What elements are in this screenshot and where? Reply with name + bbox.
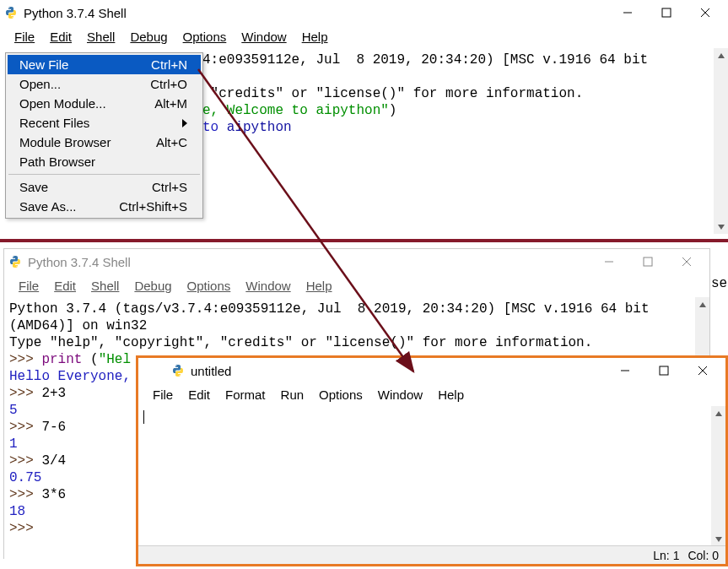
minimize-button[interactable] — [606, 358, 644, 383]
menu-file[interactable]: File — [145, 386, 181, 404]
menu-item-recent-files[interactable]: Recent Files — [8, 113, 201, 133]
scroll-down-icon[interactable] — [711, 532, 725, 546]
menu-item-module-browser[interactable]: Module Browser Alt+C — [8, 133, 201, 152]
menu-shell[interactable]: Shell — [84, 277, 127, 295]
menu-window[interactable]: Window — [238, 277, 298, 295]
menu-edit[interactable]: Edit — [181, 386, 218, 404]
menu-help[interactable]: Help — [299, 277, 340, 295]
menu-window[interactable]: Window — [234, 28, 294, 46]
window-title: untitled — [191, 364, 606, 378]
svg-point-18 — [179, 375, 180, 376]
menu-shell[interactable]: Shell — [79, 28, 122, 46]
scroll-up-icon[interactable] — [711, 406, 725, 420]
svg-point-0 — [8, 8, 9, 8]
menu-help[interactable]: Help — [430, 386, 472, 404]
close-button[interactable] — [686, 0, 725, 25]
scrollbar[interactable] — [714, 48, 728, 234]
divider — [0, 239, 728, 242]
code-line: (AMD64)] on win32 — [9, 317, 704, 334]
window-controls — [590, 249, 706, 274]
svg-marker-24 — [715, 537, 722, 542]
window-controls — [608, 0, 725, 25]
svg-marker-23 — [715, 411, 722, 416]
file-menu-dropdown: New File Ctrl+N Open... Ctrl+O Open Modu… — [5, 52, 203, 219]
editor-content[interactable] — [138, 406, 725, 546]
menu-item-save[interactable]: Save Ctrl+S — [8, 177, 201, 197]
menu-item-open[interactable]: Open... Ctrl+O — [8, 74, 201, 94]
menu-item-open-module[interactable]: Open Module... Alt+M — [8, 94, 201, 113]
menu-window[interactable]: Window — [370, 386, 430, 404]
titlebar: Python 3.7.4 Shell — [4, 249, 709, 274]
svg-marker-15 — [699, 302, 706, 307]
menu-separator — [8, 174, 200, 175]
status-col: Col: 0 — [688, 549, 719, 562]
statusbar: Ln: 1 Col: 0 — [138, 545, 725, 564]
shell-window-1: Python 3.7.4 Shell File Edit Shell Debug… — [0, 0, 728, 235]
svg-rect-12 — [644, 257, 652, 266]
svg-marker-7 — [718, 225, 725, 230]
python-icon — [3, 5, 19, 20]
submenu-arrow-icon — [182, 116, 187, 130]
status-ln: Ln: 1 — [653, 549, 679, 562]
svg-rect-3 — [662, 8, 671, 17]
menu-help[interactable]: Help — [294, 28, 336, 46]
svg-marker-6 — [718, 53, 725, 58]
menu-options[interactable]: Options — [175, 28, 235, 46]
menu-item-save-as[interactable]: Save As... Ctrl+Shift+S — [8, 197, 201, 216]
titlebar: Python 3.7.4 Shell — [0, 0, 728, 25]
menu-run[interactable]: Run — [273, 386, 312, 404]
maximize-button[interactable] — [647, 0, 686, 25]
python-icon — [170, 363, 186, 378]
menu-options[interactable]: Options — [311, 386, 370, 404]
menu-file[interactable]: File — [7, 28, 42, 46]
menu-format[interactable]: Format — [218, 386, 273, 404]
menu-edit[interactable]: Edit — [42, 28, 79, 46]
svg-point-10 — [16, 266, 17, 267]
partial-text: ser — [711, 276, 728, 291]
window-title: Python 3.7.4 Shell — [24, 6, 608, 20]
scroll-down-icon[interactable] — [714, 219, 728, 234]
svg-point-1 — [12, 17, 13, 18]
code-line: Python 3.7.4 (tags/v3.7.4:e09359112e, Ju… — [9, 301, 704, 317]
code-line: Type "help", "copyright", "credits" or "… — [9, 334, 704, 351]
menu-edit[interactable]: Edit — [46, 277, 84, 295]
svg-marker-8 — [182, 119, 187, 127]
menubar: File Edit Format Run Options Window Help — [138, 383, 725, 406]
titlebar: untitled — [138, 358, 725, 383]
menubar: File Edit Shell Debug Options Window Hel… — [0, 25, 728, 48]
menu-item-new-file[interactable]: New File Ctrl+N — [8, 55, 201, 74]
svg-point-17 — [175, 366, 176, 366]
svg-point-9 — [13, 257, 13, 257]
scroll-up-icon[interactable] — [695, 297, 709, 312]
window-controls — [606, 358, 722, 383]
minimize-button[interactable] — [590, 249, 628, 274]
text-cursor — [143, 410, 144, 424]
maximize-button[interactable] — [628, 249, 667, 274]
menu-options[interactable]: Options — [180, 277, 239, 295]
window-title: Python 3.7.4 Shell — [28, 255, 590, 269]
scrollbar[interactable] — [711, 406, 725, 546]
menu-debug[interactable]: Debug — [122, 28, 175, 46]
menu-item-path-browser[interactable]: Path Browser — [8, 152, 201, 171]
menu-debug[interactable]: Debug — [127, 277, 179, 295]
maximize-button[interactable] — [644, 358, 683, 383]
menu-file[interactable]: File — [11, 277, 46, 295]
python-icon — [8, 254, 23, 269]
close-button[interactable] — [667, 249, 706, 274]
svg-rect-20 — [660, 366, 668, 375]
menubar: File Edit Shell Debug Options Window Hel… — [4, 274, 709, 297]
editor-window: untitled File Edit Format Run Options Wi… — [136, 355, 728, 566]
minimize-button[interactable] — [608, 0, 647, 25]
close-button[interactable] — [683, 358, 722, 383]
scroll-up-icon[interactable] — [714, 48, 728, 62]
